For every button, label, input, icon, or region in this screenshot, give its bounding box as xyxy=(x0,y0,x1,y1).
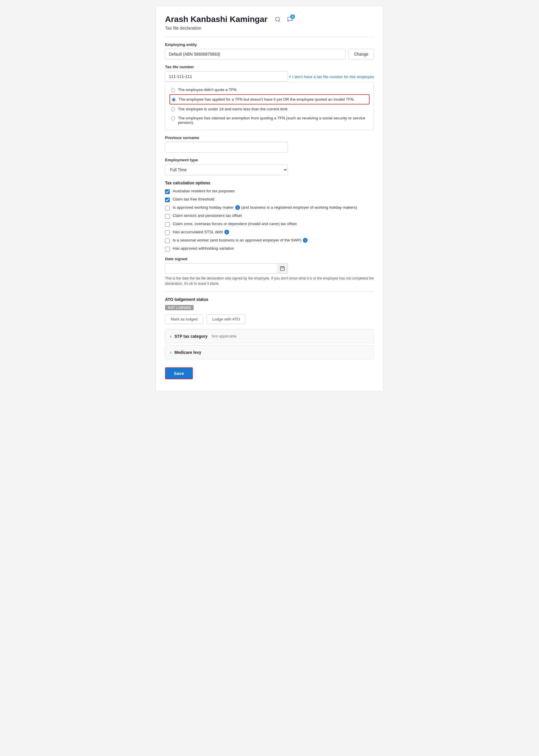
tax-checkbox-2[interactable] xyxy=(165,197,170,202)
tax-opt-8[interactable]: Has approved withholding variation xyxy=(165,246,374,252)
previous-surname-field: Previous surname xyxy=(165,135,374,152)
tfn-options-box: The employee didn't quote a TFN. The emp… xyxy=(165,82,374,130)
tax-opt-6[interactable]: Has accumulated STSL debt i xyxy=(165,230,374,235)
search-icon xyxy=(275,16,281,22)
svg-rect-2 xyxy=(280,266,284,271)
ato-status-title: ATO lodgement status xyxy=(165,297,374,302)
tfn-option-3-text: The employee is under 18 and earns less … xyxy=(178,107,288,111)
search-button[interactable] xyxy=(273,14,283,24)
stp-accordion-arrow: › xyxy=(170,334,172,339)
employee-name: Arash Kanbashi Kamingar xyxy=(165,15,268,24)
tfn-option-2[interactable]: The employee has applied for a TFN but d… xyxy=(169,94,370,105)
calendar-icon xyxy=(280,266,285,271)
tax-opt-5-text: Claim zone, overseas forces or dependent… xyxy=(173,222,297,226)
tax-calc-section: Tax calculation options Australian resid… xyxy=(165,181,374,252)
tax-opt-7-text: Is a seasonal worker (and business is an… xyxy=(173,238,308,243)
header-divider xyxy=(165,37,374,37)
message-badge: 0 xyxy=(290,14,295,19)
tfn-label: Tax file number xyxy=(165,65,374,69)
previous-surname-input[interactable] xyxy=(165,142,288,152)
tax-opt-3-text: Is approved working holiday maker i (and… xyxy=(173,205,357,210)
tfn-radio-4[interactable] xyxy=(171,116,175,120)
date-signed-wrap xyxy=(165,263,288,274)
medicare-accordion: › Medicare levy xyxy=(165,345,374,359)
tfn-option-2-text: The employee has applied for a TFN but d… xyxy=(179,97,355,102)
info-icon-6[interactable]: i xyxy=(224,230,229,234)
medicare-accordion-header[interactable]: › Medicare levy xyxy=(165,346,374,359)
tfn-radio-1[interactable] xyxy=(171,88,175,92)
tax-opt-3[interactable]: Is approved working holiday maker i (and… xyxy=(165,205,374,210)
tfn-option-3[interactable]: The employee is under 18 and earns less … xyxy=(169,105,370,113)
tax-opt-4-text: Claim seniors and pensioners tax offset xyxy=(173,213,242,218)
tfn-option-1[interactable]: The employee didn't quote a TFN. xyxy=(169,85,370,94)
tax-opt-5[interactable]: Claim zone, overseas forces or dependent… xyxy=(165,222,374,227)
employing-entity-label: Employing entity xyxy=(165,42,374,47)
tax-checkbox-3[interactable] xyxy=(165,206,170,210)
tax-checkbox-1[interactable] xyxy=(165,189,170,194)
tax-opt-1-text: Australian resident for tax purposes xyxy=(173,189,235,193)
previous-surname-label: Previous surname xyxy=(165,135,374,140)
header: Arash Kanbashi Kamingar 0 xyxy=(165,14,374,24)
info-icon-3[interactable]: i xyxy=(235,205,240,210)
date-signed-hint: This is the date the tax file declaratio… xyxy=(165,276,374,286)
tfn-option-1-text: The employee didn't quote a TFN. xyxy=(178,88,237,92)
tax-calc-title: Tax calculation options xyxy=(165,181,374,185)
stp-accordion: › STP tax category Not applicable xyxy=(165,329,374,343)
stp-accordion-title: STP tax category xyxy=(174,334,207,339)
no-tfn-toggle[interactable]: I don't have a tax file number for this … xyxy=(289,75,374,79)
form-container: Arash Kanbashi Kamingar 0 Tax file decla… xyxy=(155,6,384,391)
tax-opt-1[interactable]: Australian resident for tax purposes xyxy=(165,189,374,194)
employment-type-select[interactable]: Full Time Part Time Casual Labour Hire S… xyxy=(165,164,288,175)
mark-as-lodged-button[interactable]: Mark as lodged xyxy=(165,314,203,324)
tax-opt-4[interactable]: Claim seniors and pensioners tax offset xyxy=(165,213,374,219)
tfn-input[interactable] xyxy=(165,71,288,82)
employment-type-field: Employment type Full Time Part Time Casu… xyxy=(165,158,374,175)
tax-opt-6-text: Has accumulated STSL debt i xyxy=(173,230,229,234)
tax-checkbox-5[interactable] xyxy=(165,222,170,227)
employing-entity-row: Change xyxy=(165,49,374,59)
calendar-icon-button[interactable] xyxy=(277,263,288,274)
page-subtitle: Tax file declaration xyxy=(165,26,374,31)
form-actions: Save xyxy=(165,364,374,379)
date-signed-field: Date signed This is the date the tax fil… xyxy=(165,257,374,286)
tfn-radio-2[interactable] xyxy=(172,98,176,102)
ato-lodgement-section: ATO lodgement status NOT LODGED Mark as … xyxy=(165,297,374,324)
tax-opt-8-text: Has approved withholding variation xyxy=(173,246,234,251)
tax-checkbox-8[interactable] xyxy=(165,247,170,252)
change-entity-button[interactable]: Change xyxy=(348,49,374,59)
tax-checkbox-6[interactable] xyxy=(165,230,170,235)
save-button[interactable]: Save xyxy=(165,367,193,379)
date-signed-label: Date signed xyxy=(165,257,374,261)
lodgement-status-badge: NOT LODGED xyxy=(165,305,194,310)
ato-divider xyxy=(165,291,374,292)
tax-checkbox-7[interactable] xyxy=(165,239,170,243)
employment-type-label: Employment type xyxy=(165,158,374,162)
stp-accordion-subtitle: Not applicable xyxy=(211,334,237,338)
medicare-accordion-title: Medicare levy xyxy=(174,350,201,355)
stp-accordion-header[interactable]: › STP tax category Not applicable xyxy=(165,330,374,343)
header-icons: 0 xyxy=(273,14,295,24)
tfn-field: Tax file number I don't have a tax file … xyxy=(165,65,374,130)
lodge-with-ato-button[interactable]: Lodge with ATO xyxy=(206,314,246,324)
info-icon-7[interactable]: i xyxy=(303,238,308,243)
svg-line-1 xyxy=(279,21,280,22)
tax-opt-7[interactable]: Is a seasonal worker (and business is an… xyxy=(165,238,374,243)
tfn-option-4-text: The employee has claimed an exemption fr… xyxy=(178,116,368,125)
ato-actions: Mark as lodged Lodge with ATO xyxy=(165,314,374,324)
tfn-radio-3[interactable] xyxy=(171,108,175,111)
tax-opt-2[interactable]: Claim tax free threshold xyxy=(165,197,374,202)
employing-entity-input[interactable] xyxy=(165,49,346,59)
tax-checkbox-4[interactable] xyxy=(165,214,170,219)
tax-opt-2-text: Claim tax free threshold xyxy=(173,197,214,201)
employing-entity-field: Employing entity Change xyxy=(165,42,374,59)
tfn-option-4[interactable]: The employee has claimed an exemption fr… xyxy=(169,113,370,127)
date-signed-input[interactable] xyxy=(165,263,288,274)
message-button[interactable]: 0 xyxy=(285,14,295,24)
medicare-accordion-arrow: › xyxy=(170,350,172,355)
